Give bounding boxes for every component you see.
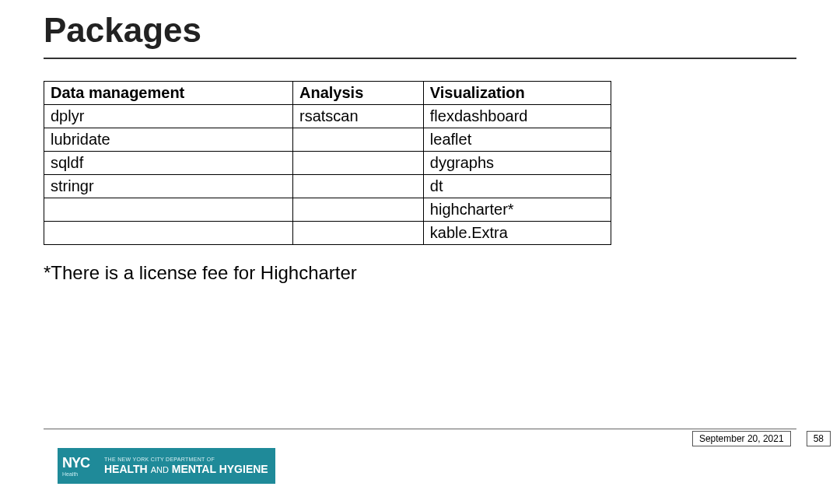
cell: sqldf	[44, 152, 293, 175]
table-row: highcharter*	[44, 198, 611, 222]
packages-table: Data management Analysis Visualization d…	[44, 81, 611, 245]
table-row: stringr dt	[44, 175, 611, 198]
logo-mental-hygiene: MENTAL HYGIENE	[172, 463, 268, 475]
col-header-analysis: Analysis	[293, 82, 424, 105]
logo-nyc-text: NYC	[62, 456, 100, 470]
page-number: 58	[807, 431, 831, 446]
cell: flexdashboard	[423, 105, 611, 128]
cell: rsatscan	[293, 105, 424, 128]
footer-divider	[44, 429, 796, 429]
logo-dept-line2: HEALTH AND MENTAL HYGIENE	[104, 464, 275, 475]
footer: NYC Health THE NEW YORK CITY DEPARTMENT …	[44, 445, 831, 484]
logo-health: HEALTH	[104, 463, 148, 475]
col-header-visualization: Visualization	[423, 82, 611, 105]
table-row: sqldf dygraphs	[44, 152, 611, 175]
footer-right: September 20, 2021 58	[692, 431, 831, 446]
cell: leaflet	[423, 128, 611, 152]
cell: kable.Extra	[423, 222, 611, 245]
cell: dplyr	[44, 105, 293, 128]
cell	[293, 152, 424, 175]
page-title: Packages	[44, 11, 796, 50]
title-divider	[44, 58, 796, 59]
logo-health-small: Health	[62, 471, 100, 477]
cell	[293, 198, 424, 222]
cell	[293, 175, 424, 198]
cell	[44, 222, 293, 245]
cell: dygraphs	[423, 152, 611, 175]
nyc-health-logo: NYC Health THE NEW YORK CITY DEPARTMENT …	[58, 448, 275, 484]
logo-right: THE NEW YORK CITY DEPARTMENT OF HEALTH A…	[100, 448, 275, 484]
cell: highcharter*	[423, 198, 611, 222]
cell	[293, 222, 424, 245]
cell	[44, 198, 293, 222]
table-row: lubridate leaflet	[44, 128, 611, 152]
cell	[293, 128, 424, 152]
logo-left: NYC Health	[58, 448, 100, 484]
footnote: *There is a license fee for Highcharter	[44, 262, 796, 284]
cell: stringr	[44, 175, 293, 198]
table-row: kable.Extra	[44, 222, 611, 245]
footer-date: September 20, 2021	[692, 431, 791, 446]
col-header-data-management: Data management	[44, 82, 293, 105]
table-header-row: Data management Analysis Visualization	[44, 82, 611, 105]
cell: dt	[423, 175, 611, 198]
logo-and: AND	[151, 465, 169, 474]
slide: Packages Data management Analysis Visual…	[0, 0, 840, 504]
cell: lubridate	[44, 128, 293, 152]
table-row: dplyr rsatscan flexdashboard	[44, 105, 611, 128]
